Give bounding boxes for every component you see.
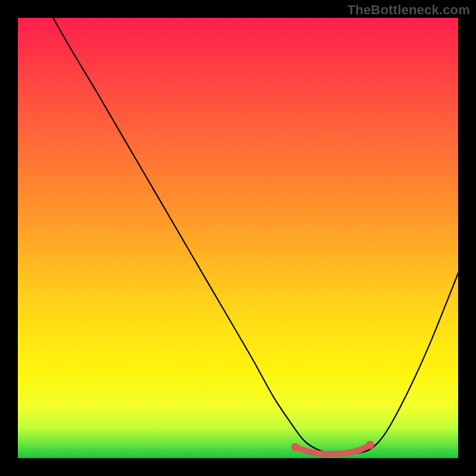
optimal-range-highlight	[295, 445, 370, 454]
highlight-start-dot	[291, 443, 299, 452]
watermark-text: TheBottleneck.com	[347, 2, 470, 18]
chart-svg	[18, 18, 458, 458]
bottleneck-curve	[53, 18, 458, 455]
highlight-end-dot	[366, 441, 374, 449]
plot-area	[18, 18, 458, 458]
chart-frame: TheBottleneck.com	[0, 0, 476, 476]
